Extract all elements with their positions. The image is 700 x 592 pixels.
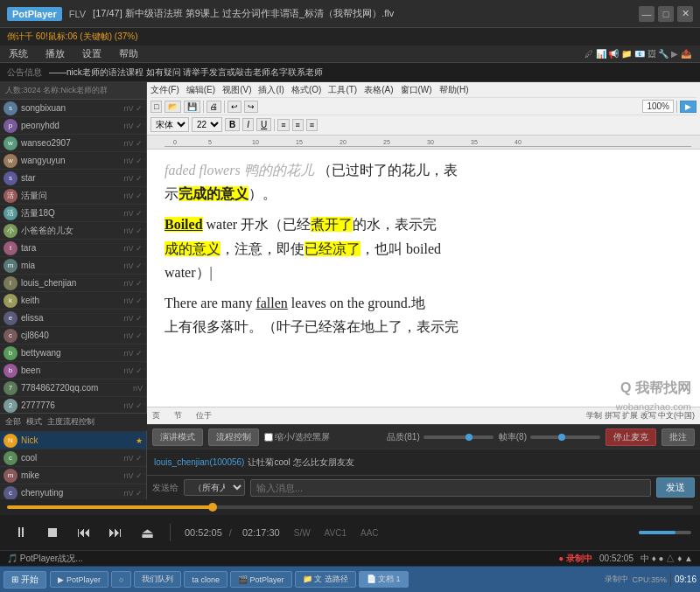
menu-settings[interactable]: 设置 (79, 47, 105, 60)
doc-menu-insert[interactable]: 插入(I) (258, 84, 284, 96)
doc-para-2: Boiled water 开水（已经煮开了的水，表示完 成的意义，注意，即使已经… (164, 212, 682, 284)
process-ctrl-btn[interactable]: 流程控制 (208, 428, 259, 446)
doc-italic-btn[interactable]: I (242, 118, 254, 131)
doc-align-right-btn[interactable]: ≡ (306, 119, 318, 131)
doc-size-select[interactable]: 22 (192, 117, 222, 132)
sidebar-flow[interactable]: 主度流程控制 (47, 416, 94, 428)
avatar: c (4, 451, 18, 465)
doc-bold-btn[interactable]: B (225, 118, 240, 131)
doc-water-text3: ，注意，即使 (220, 241, 304, 256)
small-class-checkbox[interactable] (264, 433, 273, 442)
doc-menu-format[interactable]: 格式(O) (291, 84, 321, 96)
menu-play[interactable]: 播放 (42, 47, 68, 60)
taskbar-item-3[interactable]: 我们队列 (134, 571, 181, 588)
sidebar-user-huoliang18q[interactable]: 活 活量18Q nV ✓ (0, 205, 146, 222)
user-name: 7784862720qq.com (21, 383, 131, 393)
doc-underline-btn[interactable]: U (256, 118, 271, 131)
sidebar-user-qq[interactable]: 7 7784862720qq.com nV (0, 380, 146, 397)
doc-zoom[interactable]: 100% (642, 100, 674, 113)
taskbar-item-5[interactable]: 🎬 PotPlayer (230, 571, 292, 588)
doc-open-btn[interactable]: 📂 (164, 101, 181, 113)
user-name: mike (21, 470, 122, 480)
menu-system[interactable]: 系统 (5, 47, 32, 60)
sidebar-user-xiaobaiba[interactable]: 小 小爸爸的儿女 nV ✓ (0, 222, 146, 240)
doc-para1-rest: （已过时了的花儿，表 (318, 163, 458, 178)
status-left: 🎵 PotPlayer战况... (7, 553, 82, 565)
sidebar-user-chenyuting[interactable]: c chenyuting nV ✓ (0, 484, 146, 499)
send-button[interactable]: 发送 (656, 477, 695, 498)
speed-slider[interactable] (530, 435, 600, 439)
avatar: s (4, 101, 18, 115)
sidebar-user-tara[interactable]: t tara nV ✓ (0, 240, 146, 257)
sidebar-user-keith[interactable]: k keith nV ✓ (0, 292, 146, 310)
sidebar-user-songbixuan[interactable]: s songbixuan nV ✓ (0, 100, 146, 117)
lecture-mode-btn[interactable]: 演讲模式 (152, 428, 203, 446)
avatar: N (4, 434, 18, 448)
taskbar-item-4[interactable]: ta clone (184, 571, 228, 588)
menu-help[interactable]: 帮助 (116, 47, 142, 60)
progress-track[interactable] (7, 505, 693, 509)
user-tag: nV ✓ (123, 244, 143, 253)
doc-undo-btn[interactable]: ↩ (228, 101, 242, 113)
sidebar-user-2777776[interactable]: 2 2777776 nV ✓ (0, 397, 146, 414)
doc-menu-file[interactable]: 文件(F) (150, 84, 179, 96)
sidebar-user-mike[interactable]: m mike nV ✓ (0, 467, 146, 484)
tray-cpu: CPU:35% (632, 575, 667, 584)
doc-font-select[interactable]: 宋体 (150, 117, 189, 132)
doc-redo-btn[interactable]: ↪ (244, 101, 258, 113)
sidebar-user-star[interactable]: s star nV ✓ (0, 170, 146, 187)
doc-share-btn[interactable]: ▶ (680, 101, 696, 113)
close-button[interactable]: ✕ (677, 6, 693, 22)
sidebar-user-wanseo[interactable]: w wanseo2907 nV ✓ (0, 135, 146, 152)
stop-btn[interactable]: ⏹ (40, 520, 65, 545)
sidebar-user-peonyhdd[interactable]: p peonyhdd nV ✓ (0, 117, 146, 135)
doc-menu-window[interactable]: 窗口(W) (401, 84, 432, 96)
taskbar-item-doc[interactable]: 📄 文档 1 (359, 571, 409, 588)
sidebar-user-huoliangjian[interactable]: 活 活量问 nV ✓ (0, 187, 146, 205)
sidebar-user-nick[interactable]: N Nick ★ (0, 432, 146, 449)
minimize-button[interactable]: — (639, 6, 654, 22)
scope-select[interactable]: （所有人） (184, 479, 245, 496)
doc-menu-view[interactable]: 视图(V) (222, 84, 251, 96)
start-button[interactable]: ⊞ 开始 (4, 571, 46, 589)
taskbar-item-6[interactable]: 📁 文 选路径 (295, 571, 356, 588)
doc-menu-help[interactable]: 帮助(H) (439, 84, 469, 96)
sidebar-bottom-controls: 全部 模式 主度流程控制 (0, 413, 147, 430)
annotate-btn[interactable]: 批注 (662, 428, 695, 446)
doc-menu-table[interactable]: 表格(A) (364, 84, 393, 96)
doc-new-btn[interactable]: □ (150, 101, 162, 113)
prev-btn[interactable]: ⏮ (72, 520, 96, 545)
sidebar-user-mia[interactable]: m mia nV ✓ (0, 257, 146, 275)
sidebar-user-wangyuyun[interactable]: w wangyuyun nV ✓ (0, 152, 146, 170)
doc-align-left-btn[interactable]: ≡ (277, 119, 289, 131)
sidebar-user-cool[interactable]: c cool nV ✓ (0, 449, 146, 467)
sidebar-user-elissa[interactable]: e elissa nV ✓ (0, 310, 146, 327)
doc-save-btn[interactable]: 💾 (184, 101, 200, 113)
sidebar-user-been[interactable]: b been nV ✓ (0, 362, 146, 380)
sidebar-all[interactable]: 全部 (5, 416, 21, 428)
doc-align-center-btn[interactable]: ≡ (292, 119, 304, 131)
time-separator: / (229, 527, 232, 538)
avatar: 活 (4, 189, 18, 203)
volume-slider[interactable] (639, 531, 691, 534)
sidebar-mode[interactable]: 模式 (26, 416, 42, 428)
open-btn[interactable]: ⏏ (135, 520, 159, 545)
announce-text: ——nick老师的语法课程 如有疑问 请举手发言或敲击老师名字联系老师 (49, 66, 323, 79)
separator (203, 101, 204, 113)
quality-slider[interactable] (424, 435, 494, 439)
next-btn[interactable]: ⏭ (103, 520, 128, 545)
sidebar-user-louis[interactable]: l louis_chenjian nV ✓ (0, 275, 146, 292)
sidebar-user-bettywang[interactable]: b bettywang nV ✓ (0, 345, 146, 362)
taskbar-item-potplayer[interactable]: ▶ PotPlayer (50, 571, 108, 588)
maximize-button[interactable]: □ (658, 6, 674, 22)
doc-print-btn[interactable]: 🖨 (206, 101, 221, 113)
user-tag: nV ✓ (123, 174, 143, 183)
avatar: w (4, 154, 18, 168)
taskbar-item-2[interactable]: ○ (111, 571, 131, 588)
stop-audio-btn[interactable]: 停止麦克 (606, 428, 656, 446)
message-input[interactable] (250, 479, 651, 497)
play-pause-btn[interactable]: ⏸ (9, 520, 33, 545)
sidebar-user-cjl8640[interactable]: c cjl8640 nV ✓ (0, 327, 146, 345)
doc-menu-tools[interactable]: 工具(T) (328, 84, 357, 96)
doc-menu-edit[interactable]: 编辑(E) (186, 84, 215, 96)
